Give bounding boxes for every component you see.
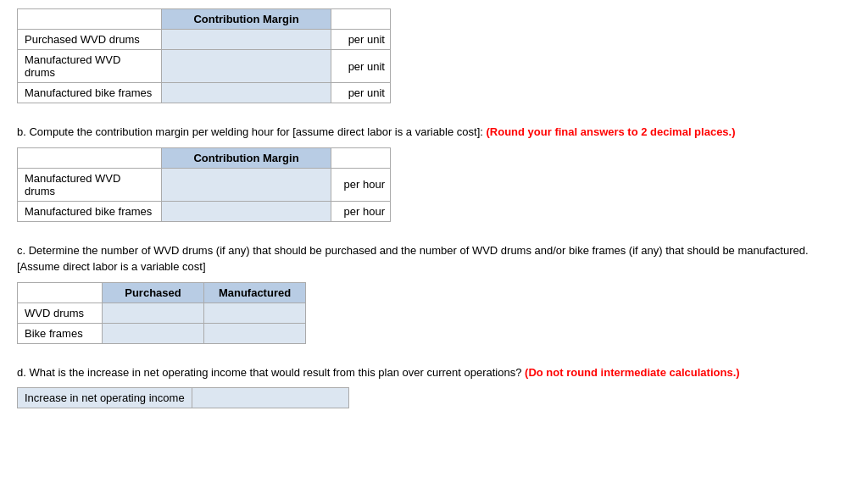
row-unit: per hour [331,168,391,201]
mfg-bike-cm-input[interactable] [169,86,220,99]
mfg-wvd-hour-input-cell[interactable] [162,168,331,201]
section-b-intro-text: b. Compute the contribution margin per w… [17,125,483,138]
bike-manufactured-input[interactable] [211,327,262,340]
section-a-table: Contribution Margin Purchased WVD drums … [17,8,391,103]
increase-noi-input-cell[interactable] [192,387,349,408]
section-a-unit-header [331,9,391,30]
table-row: Purchased WVD drums per unit [18,30,391,50]
section-a-header: Contribution Margin [162,9,331,30]
mfg-wvd-hour-input[interactable] [169,178,220,191]
section-c: c. Determine the number of WVD drums (if… [17,242,851,344]
section-d: d. What is the increase in net operating… [17,364,851,409]
section-a: Contribution Margin Purchased WVD drums … [17,8,851,103]
section-d-intro-text: d. What is the increase in net operating… [17,366,521,379]
section-b-note: (Round your final answers to 2 decimal p… [487,125,736,138]
wvd-purchased-input[interactable] [109,307,160,319]
section-b-unit-header [331,147,391,168]
mfg-bike-hour-input[interactable] [169,205,220,218]
row-unit: per unit [331,83,391,103]
row-label: Manufactured bike frames [18,83,162,103]
row-label: Purchased WVD drums [18,30,162,50]
row-label: WVD drums [18,303,103,323]
wvd-purchased-input-cell[interactable] [103,303,204,323]
table-row: Manufactured bike frames per hour [18,201,391,221]
section-b-empty-header [18,147,162,168]
purchased-wvd-cm-input[interactable] [169,33,220,46]
wvd-manufactured-input-cell[interactable] [204,303,306,323]
section-c-col2: Manufactured [204,282,306,303]
section-d-intro: d. What is the increase in net operating… [17,364,851,381]
mfg-bike-hour-input-cell[interactable] [162,201,331,221]
purchased-wvd-cm-input-cell[interactable] [162,30,331,50]
mfg-wvd-cm-input-cell[interactable] [162,50,331,83]
wvd-manufactured-input[interactable] [211,307,262,319]
section-c-intro: c. Determine the number of WVD drums (if… [17,242,851,275]
row-label: Manufactured WVD drums [18,168,162,201]
section-d-row: Increase in net operating income [17,387,851,408]
row-unit: per hour [331,201,391,221]
section-b: b. Compute the contribution margin per w… [17,124,851,222]
section-c-col1: Purchased [103,282,204,303]
section-c-empty-header [18,282,103,303]
section-d-note: (Do not round intermediate calculations.… [525,366,740,379]
mfg-bike-cm-input-cell[interactable] [162,83,331,103]
increase-noi-label: Increase in net operating income [17,387,192,408]
row-unit: per unit [331,50,391,83]
bike-purchased-input[interactable] [109,327,160,340]
row-label: Manufactured WVD drums [18,50,162,83]
bike-manufactured-input-cell[interactable] [204,323,306,343]
section-a-empty-header [18,9,162,30]
table-row: WVD drums [18,303,306,323]
table-row: Manufactured WVD drums per unit [18,50,391,83]
section-b-intro: b. Compute the contribution margin per w… [17,124,851,141]
mfg-wvd-cm-input[interactable] [169,60,220,73]
row-unit: per unit [331,30,391,50]
bike-purchased-input-cell[interactable] [103,323,204,343]
section-b-table: Contribution Margin Manufactured WVD dru… [17,147,391,222]
section-c-table: Purchased Manufactured WVD drums Bike fr… [17,282,306,344]
table-row: Bike frames [18,323,306,343]
table-row: Manufactured bike frames per unit [18,83,391,103]
table-row: Manufactured WVD drums per hour [18,168,391,201]
section-b-header: Contribution Margin [162,147,331,168]
increase-noi-input[interactable] [199,391,342,404]
row-label: Manufactured bike frames [18,201,162,221]
row-label: Bike frames [18,323,103,343]
